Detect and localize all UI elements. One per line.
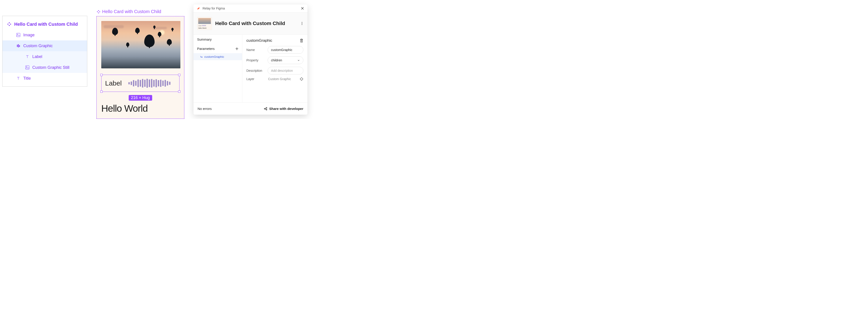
share-with-developer-button[interactable]: Share with developer xyxy=(264,107,303,111)
image-icon xyxy=(25,65,30,70)
svg-rect-2 xyxy=(10,24,11,25)
name-value: customGraphic xyxy=(271,48,292,52)
layer-row-component[interactable]: Hello Card with Custom Child xyxy=(2,19,87,30)
frame-label-text: Hello Card with Custom Child xyxy=(102,9,161,14)
svg-point-18 xyxy=(302,24,303,25)
description-input[interactable]: Add description xyxy=(268,67,303,74)
component-icon xyxy=(96,9,101,14)
sidebar-parameters[interactable]: Parameters xyxy=(193,44,242,53)
more-icon[interactable] xyxy=(300,22,304,25)
selected-layer-box[interactable]: Label 216 × Hug xyxy=(101,75,180,92)
share-icon xyxy=(264,107,268,111)
resize-handle[interactable] xyxy=(100,91,103,93)
chevron-down-icon xyxy=(297,59,300,62)
svg-rect-6 xyxy=(17,45,18,47)
plugin-sidebar: Summary Parameters customGraphic xyxy=(193,35,242,102)
svg-rect-4 xyxy=(17,33,20,37)
layer-row-label[interactable]: Label xyxy=(2,51,87,62)
svg-rect-7 xyxy=(18,44,19,47)
relay-logo-icon xyxy=(197,6,201,10)
svg-point-20 xyxy=(264,108,265,109)
canvas: Hello Card with Custom Child Label xyxy=(96,9,184,119)
resize-handle[interactable] xyxy=(178,74,180,76)
layer-label: Label xyxy=(32,55,42,59)
svg-point-17 xyxy=(302,23,303,24)
graphic-label: Label xyxy=(105,79,122,87)
property-select[interactable]: children xyxy=(268,57,303,64)
sidebar-param-item[interactable]: customGraphic xyxy=(193,53,242,60)
property-value: children xyxy=(271,59,282,62)
thumb-title: Hello World xyxy=(198,27,206,29)
component-thumbnail: Label Hello World xyxy=(197,17,212,30)
svg-rect-9 xyxy=(26,66,29,69)
layer-ref-value: Custom Graphic xyxy=(268,77,291,81)
svg-rect-14 xyxy=(98,12,99,13)
plugin-footer: No errors Share with developer xyxy=(193,102,307,115)
status-text: No errors xyxy=(197,107,212,111)
layer-label: Image xyxy=(23,33,35,37)
svg-rect-0 xyxy=(8,22,10,24)
svg-rect-1 xyxy=(7,24,8,25)
svg-rect-8 xyxy=(19,45,20,47)
property-label: Property xyxy=(246,59,265,62)
svg-point-16 xyxy=(302,22,303,23)
sub-arrow-icon xyxy=(200,56,203,58)
svg-point-10 xyxy=(26,67,27,67)
resize-handle[interactable] xyxy=(100,74,103,76)
description-label: Description xyxy=(246,69,265,72)
waveform-graphic xyxy=(128,79,170,88)
layers-panel: Hello Card with Custom Child Image Custo… xyxy=(2,16,87,86)
name-input[interactable]: customGraphic xyxy=(268,46,303,54)
thumb-label: Label xyxy=(198,25,202,26)
layer-label: Title xyxy=(23,76,31,81)
sidebar-param-label: customGraphic xyxy=(204,55,224,59)
close-icon[interactable] xyxy=(301,6,304,10)
form-title: customGraphic xyxy=(246,38,272,43)
svg-point-19 xyxy=(301,78,303,80)
image-icon xyxy=(16,33,21,37)
layer-row-image[interactable]: Image xyxy=(2,30,87,40)
layer-row-custom-graphic[interactable]: Custom Graphic xyxy=(2,40,87,51)
layer-row-title[interactable]: Title xyxy=(2,73,87,84)
plugin-header: Label Hello World Hello Card with Custom… xyxy=(193,12,307,35)
plugin-titlebar: Relay for Figma xyxy=(193,4,307,12)
delete-icon[interactable] xyxy=(300,39,303,43)
svg-rect-12 xyxy=(97,11,98,12)
add-parameter-icon[interactable] xyxy=(235,47,239,50)
layer-label: Custom Graphic Still xyxy=(32,65,69,70)
layer-row-custom-graphic-still[interactable]: Custom Graphic Still xyxy=(2,62,87,73)
description-placeholder: Add description xyxy=(271,69,293,72)
text-icon xyxy=(25,55,30,59)
layer-label: Custom Graphic xyxy=(23,43,53,48)
component-icon xyxy=(7,22,11,26)
plugin-component-title: Hello Card with Custom Child xyxy=(215,21,297,26)
hero-image[interactable] xyxy=(101,21,180,68)
size-badge: 216 × Hug xyxy=(129,95,152,101)
svg-rect-13 xyxy=(99,11,100,12)
resize-handle[interactable] xyxy=(178,91,180,93)
name-label: Name xyxy=(246,48,265,52)
autolayout-icon xyxy=(16,43,21,48)
layer-label: Hello Card with Custom Child xyxy=(14,22,78,27)
text-icon xyxy=(16,76,21,80)
relay-plugin-panel: Relay for Figma Label Hello World Hello … xyxy=(193,4,307,115)
sidebar-parameters-label: Parameters xyxy=(197,47,215,50)
svg-point-21 xyxy=(266,107,267,108)
svg-point-5 xyxy=(18,34,18,35)
card-title[interactable]: Hello World xyxy=(101,103,180,114)
svg-rect-3 xyxy=(8,25,10,26)
layer-label: Layer xyxy=(246,77,265,81)
plugin-app-name: Relay for Figma xyxy=(203,6,225,10)
frame-label[interactable]: Hello Card with Custom Child xyxy=(96,9,184,14)
sidebar-summary-label: Summary xyxy=(197,37,212,41)
share-label: Share with developer xyxy=(269,107,303,111)
svg-point-15 xyxy=(197,8,198,9)
component-frame[interactable]: Label 216 × Hug Hello World xyxy=(96,16,184,119)
parameter-form: customGraphic Name customGraphic Propert… xyxy=(242,35,307,102)
sidebar-summary[interactable]: Summary xyxy=(193,35,242,44)
target-icon[interactable] xyxy=(300,77,303,81)
svg-rect-11 xyxy=(98,10,99,11)
svg-point-22 xyxy=(266,109,267,110)
